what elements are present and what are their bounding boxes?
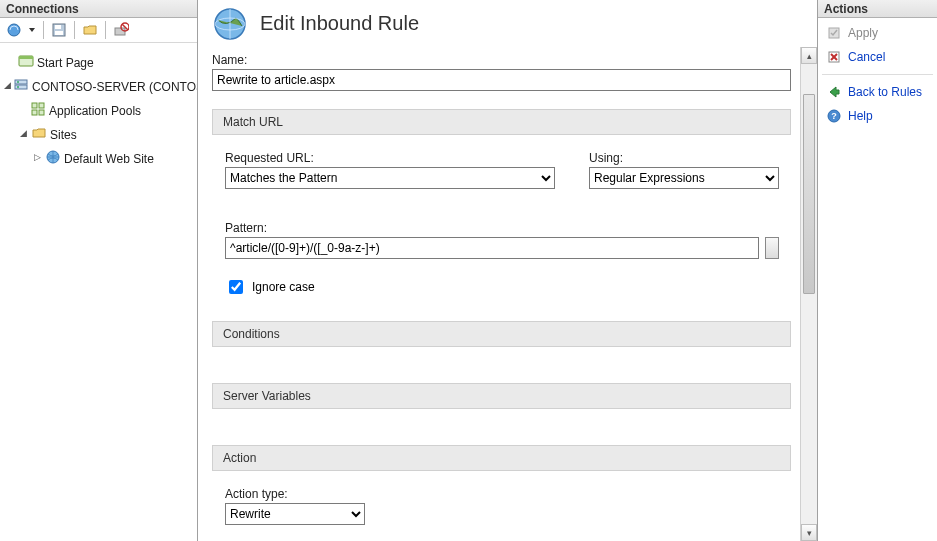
svg-rect-16 <box>39 110 44 115</box>
action-section-header[interactable]: Action <box>212 445 791 471</box>
svg-rect-3 <box>55 31 63 35</box>
svg-rect-9 <box>15 80 27 84</box>
scroll-thumb[interactable] <box>803 94 815 294</box>
start-page-icon <box>18 53 34 69</box>
action-type-label: Action type: <box>225 487 779 501</box>
svg-rect-10 <box>15 85 27 89</box>
folder-open-button[interactable] <box>81 21 99 39</box>
using-label: Using: <box>589 151 779 165</box>
connections-tree[interactable]: Start Page ◢ CONTOSO-SERVER (CONTOS Appl… <box>0 43 197 175</box>
collapse-icon[interactable]: ◢ <box>4 80 11 91</box>
tree-sites-node[interactable]: ◢ Sites <box>2 121 195 145</box>
save-button[interactable] <box>50 21 68 39</box>
pattern-label: Pattern: <box>225 221 779 235</box>
test-pattern-button[interactable] <box>765 237 779 259</box>
server-icon <box>13 77 29 93</box>
scroll-down-button[interactable]: ▾ <box>801 524 817 541</box>
svg-point-11 <box>17 81 19 83</box>
apply-action[interactable]: Apply <box>822 24 933 42</box>
app-pools-icon <box>30 101 46 117</box>
globe-large-icon <box>212 6 248 45</box>
requested-url-label: Requested URL: <box>225 151 555 165</box>
pattern-input[interactable] <box>225 237 759 259</box>
connections-title: Connections <box>0 0 197 18</box>
connections-toolbar <box>0 18 197 43</box>
collapse-icon[interactable]: ◢ <box>18 128 29 139</box>
scroll-up-button[interactable]: ▴ <box>801 47 817 64</box>
sites-folder-icon <box>31 125 47 141</box>
globe-icon <box>45 149 61 165</box>
back-arrow-icon <box>826 84 842 100</box>
connections-pane: Connections <box>0 0 198 541</box>
expand-icon[interactable]: ▷ <box>32 152 43 163</box>
help-icon: ? <box>826 108 842 124</box>
cancel-action[interactable]: Cancel <box>822 48 933 66</box>
svg-rect-15 <box>32 110 37 115</box>
ignore-case-label: Ignore case <box>252 280 315 294</box>
actions-title: Actions <box>818 0 937 18</box>
cancel-icon <box>826 49 842 65</box>
vertical-scrollbar[interactable]: ▴ ▾ <box>800 47 817 541</box>
back-to-rules-action[interactable]: Back to Rules <box>822 83 933 101</box>
name-label: Name: <box>212 53 791 67</box>
tree-app-pools[interactable]: Application Pools <box>2 97 195 121</box>
server-variables-section-header[interactable]: Server Variables <box>212 383 791 409</box>
page-title: Edit Inbound Rule <box>260 12 419 35</box>
nav-home-button[interactable] <box>5 21 23 39</box>
svg-rect-13 <box>32 103 37 108</box>
svg-point-12 <box>17 86 19 88</box>
action-type-select[interactable]: Rewrite <box>225 503 365 525</box>
rule-name-input[interactable] <box>212 69 791 91</box>
svg-text:?: ? <box>831 111 837 121</box>
dropdown-icon[interactable] <box>27 21 37 39</box>
main-content: Edit Inbound Rule Name: Match URL Reques… <box>198 0 817 541</box>
tree-start-page[interactable]: Start Page <box>2 49 195 73</box>
svg-rect-14 <box>39 103 44 108</box>
svg-rect-8 <box>19 56 33 59</box>
requested-url-select[interactable]: Matches the Pattern <box>225 167 555 189</box>
scroll-track[interactable] <box>801 64 817 524</box>
match-url-section-header[interactable]: Match URL <box>212 109 791 135</box>
ignore-case-checkbox[interactable] <box>229 280 243 294</box>
using-select[interactable]: Regular Expressions <box>589 167 779 189</box>
tree-default-web-site[interactable]: ▷ Default Web Site <box>2 145 195 169</box>
help-action[interactable]: ? Help <box>822 107 933 125</box>
actions-pane: Actions Apply Cancel Back to Rules <box>817 0 937 541</box>
tree-server-node[interactable]: ◢ CONTOSO-SERVER (CONTOS <box>2 73 195 97</box>
svg-rect-2 <box>55 25 61 29</box>
conditions-section-header[interactable]: Conditions <box>212 321 791 347</box>
apply-icon <box>826 25 842 41</box>
stop-server-button[interactable] <box>112 21 130 39</box>
